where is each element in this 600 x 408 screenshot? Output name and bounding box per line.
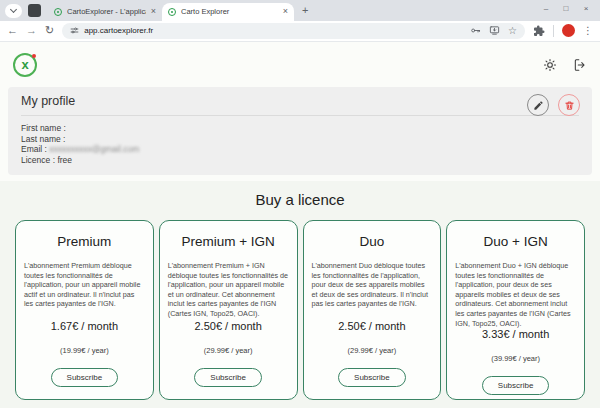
plan-price-month: 2.50€ / month (338, 320, 405, 332)
plan-price-year: (29.99€ / year) (204, 346, 253, 355)
cartoexplorer-logo[interactable]: x (13, 53, 37, 77)
buy-licence-section: Buy a licence Premium L'abonnement Premi… (0, 181, 600, 408)
browser-menu-icon[interactable]: ⋮ (583, 25, 593, 36)
reload-icon[interactable]: ↻ (45, 25, 54, 36)
profile-card: My profile First name : L (8, 87, 592, 175)
plan-card-duo-ign: Duo + IGN L'abonnement Duo + IGN débloqu… (446, 220, 585, 400)
tab-close-icon[interactable]: × (151, 7, 156, 16)
logout-icon[interactable] (573, 58, 587, 72)
logo-letter: x (21, 58, 28, 71)
theme-toggle-sun-icon[interactable] (543, 58, 557, 72)
address-bar[interactable]: app.cartoexplorer.fr ☆ (62, 23, 525, 39)
trash-icon (564, 100, 575, 111)
url-text[interactable]: app.cartoexplorer.fr (84, 26, 465, 35)
close-button[interactable]: × (576, 1, 596, 15)
toolbar-divider (553, 25, 554, 37)
plan-price-year: (19.99€ / year) (60, 346, 109, 355)
profile-fields: First name : Last name : Email : xxxxxxx… (21, 123, 579, 165)
field-email: Email : xxxxxxxxxx@gmail.com (21, 144, 579, 155)
plan-price-year: (39.99€ / year) (491, 354, 540, 363)
subscribe-button[interactable]: Subscribe (194, 368, 262, 387)
browser-tab-cartoexplorer-site[interactable]: CartoExplorer - L'application de × (48, 3, 162, 21)
plan-card-duo: Duo L'abonnement Duo débloque toutes les… (303, 220, 442, 400)
maximize-button[interactable]: □ (556, 1, 576, 15)
cartoexplorer-favicon-icon (54, 8, 62, 16)
chevron-down-icon (10, 6, 17, 13)
site-settings-tune-icon[interactable] (70, 26, 79, 35)
plan-description: L'abonnement Premium débloque toutes les… (24, 261, 145, 309)
field-licence: Licence : free (21, 155, 579, 166)
profile-actions (527, 94, 580, 116)
plan-price-month: 1.67€ / month (51, 320, 118, 332)
subscribe-button[interactable]: Subscribe (482, 376, 550, 395)
tab-close-icon[interactable]: × (283, 7, 288, 16)
tab-group-icon[interactable] (28, 4, 41, 17)
section-title: Buy a licence (0, 191, 600, 208)
field-last-name: Last name : (21, 134, 579, 145)
browser-tab-carto-explorer-app[interactable]: Carto Explorer × (162, 3, 294, 21)
bookmark-star-icon[interactable]: ☆ (508, 26, 517, 36)
tab-title: CartoExplorer - L'application de (67, 7, 146, 16)
app-header: x (0, 42, 600, 87)
edit-profile-button[interactable] (527, 94, 549, 116)
plan-price-year: (29.99€ / year) (347, 346, 396, 355)
plan-price-month: 2.50€ / month (194, 320, 261, 332)
browser-window: CartoExplorer - L'application de × Carto… (0, 0, 600, 408)
subscribe-button[interactable]: Subscribe (338, 368, 406, 387)
password-key-icon[interactable] (470, 25, 481, 36)
new-tab-button[interactable]: + (302, 4, 308, 16)
carto-explorer-app: x My profile (0, 42, 600, 408)
window-controls: – □ × (536, 1, 596, 15)
minimize-button[interactable]: – (536, 1, 556, 15)
pencil-icon (533, 100, 544, 111)
field-first-name: First name : (21, 123, 579, 134)
plan-card-premium-ign: Premium + IGN L'abonnement Premium + IGN… (159, 220, 298, 400)
plan-description: L'abonnement Duo débloque toutes les fon… (312, 261, 433, 309)
forward-icon[interactable]: → (26, 25, 37, 36)
profile-title: My profile (21, 94, 579, 116)
header-actions (543, 58, 587, 72)
omnibox-actions: ☆ (470, 25, 517, 36)
cartoexplorer-favicon-icon (168, 8, 176, 16)
extensions-icon[interactable] (533, 25, 545, 37)
plan-description: L'abonnement Premium + IGN débloque tout… (168, 261, 289, 319)
plan-name: Duo + IGN (484, 234, 548, 249)
tab-search-button[interactable] (5, 4, 22, 18)
plan-description: L'abonnement Duo + IGN débloque toutes l… (455, 261, 576, 328)
plan-name: Duo (359, 234, 384, 249)
browser-toolbar: ← → ↻ app.cartoexplorer.fr ☆ (0, 21, 600, 43)
back-icon[interactable]: ← (7, 25, 18, 36)
subscribe-button[interactable]: Subscribe (51, 368, 119, 387)
install-app-icon[interactable] (489, 25, 500, 36)
plan-cards: Premium L'abonnement Premium débloque to… (0, 220, 600, 400)
plan-name: Premium + IGN (181, 234, 274, 249)
tab-strip: CartoExplorer - L'application de × Carto… (0, 0, 600, 21)
tab-title: Carto Explorer (181, 7, 278, 16)
plan-card-premium: Premium L'abonnement Premium débloque to… (15, 220, 154, 400)
profile-avatar[interactable] (562, 24, 575, 37)
redacted-email-value: xxxxxxxxxx@gmail.com (49, 144, 139, 154)
delete-account-button[interactable] (558, 94, 580, 116)
toolbar-right: ⋮ (533, 24, 593, 37)
plan-name: Premium (57, 234, 111, 249)
plan-price-month: 3.33€ / month (482, 328, 549, 340)
